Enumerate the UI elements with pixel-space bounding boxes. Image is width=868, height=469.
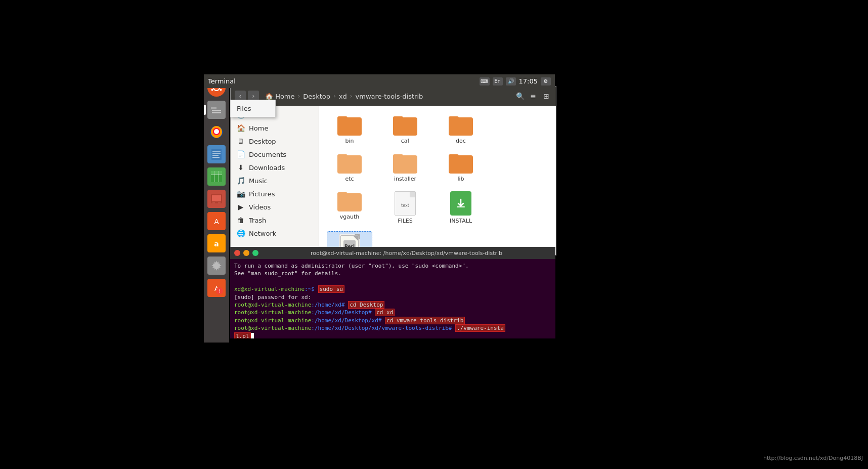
svg-rect-24 (212, 195, 221, 201)
file-label-lib: lib (457, 176, 464, 182)
svg-rect-15 (212, 157, 220, 158)
launcher-item-update[interactable]: A ! (206, 277, 227, 299)
svg-rect-12 (212, 151, 221, 152)
svg-rect-6 (211, 107, 216, 109)
prompt-user-3: root@xd-virtual-machine (234, 309, 311, 316)
launcher-item-settings[interactable] (206, 255, 227, 276)
volume-icon: 🔊 (506, 77, 516, 86)
launcher-item-amazon[interactable]: a (206, 233, 227, 254)
launcher-item-files[interactable] (206, 99, 227, 120)
terminal-minimize-btn[interactable] (243, 250, 249, 256)
breadcrumb-xd[interactable]: xd (337, 92, 349, 101)
file-item-install[interactable]: INSTALL (438, 189, 484, 226)
sidebar-label-downloads: Downloads (249, 164, 285, 172)
launcher-item-writer[interactable] (206, 144, 227, 165)
file-item-files[interactable]: text FILES (382, 189, 428, 226)
install-icon (450, 191, 471, 216)
file-label-etc: etc (345, 176, 354, 182)
sidebar-item-documents[interactable]: 📄 Documents (231, 148, 319, 161)
sidebar-item-pictures[interactable]: 📷 Pictures (231, 187, 319, 200)
top-panel-left: Terminal (208, 77, 236, 85)
terminal-close-btn[interactable] (234, 250, 240, 256)
svg-text:!: ! (219, 289, 221, 294)
terminal-cursor (251, 333, 254, 338)
language-indicator[interactable]: En (493, 77, 503, 86)
breadcrumb-desktop[interactable]: Desktop (301, 92, 332, 101)
folder-icon-lib (449, 153, 473, 174)
terminal-line-5: [sudo] password for xd: (234, 293, 551, 301)
file-label-vgauth: vgauth (340, 214, 360, 220)
sidebar-item-videos[interactable]: ▶ Videos (231, 200, 319, 214)
cmd-highlight-6: l.pl (234, 332, 251, 338)
breadcrumb-sep-3: › (350, 93, 353, 100)
file-label-files: FILES (398, 218, 413, 224)
cmd-highlight-5: ./vmware-insta (455, 324, 505, 332)
trash-icon: 🗑 (237, 216, 245, 224)
sidebar-label-home: Home (249, 124, 268, 132)
sidebar-label-documents: Documents (249, 151, 286, 158)
file-item-lib[interactable]: lib (438, 151, 484, 184)
writer-icon (207, 145, 226, 163)
calc-icon (207, 167, 226, 186)
file-label-doc: doc (456, 138, 466, 144)
terminal-line-7: root@xd-virtual-machine:/home/xd/Desktop… (234, 309, 551, 316)
file-item-caf[interactable]: caf (382, 113, 428, 146)
fm-list-btn[interactable]: ≡ (528, 91, 539, 102)
fm-body: 🕐 Recent 🏠 Home 🖥 Desktop 📄 Documents ⬇ (231, 106, 556, 255)
launcher-item-software[interactable]: A (206, 210, 227, 232)
prompt-path-5: :/home/xd/Desktop/xd/vmware-tools-distri… (311, 325, 452, 331)
downloads-icon: ⬇ (237, 163, 245, 172)
prompt-path-1: :~$ (305, 286, 315, 292)
sidebar-item-downloads[interactable]: ⬇ Downloads (231, 161, 319, 174)
breadcrumb-sep-1: › (298, 93, 300, 100)
sidebar-item-home[interactable]: 🏠 Home (231, 121, 319, 135)
prompt-path-3: :/home/xd/Desktop# (311, 309, 371, 316)
prompt-path-4: :/home/xd/Desktop/xd# (311, 317, 381, 324)
prompt-user-5: root@xd-virtual-machine (234, 325, 311, 331)
sidebar-item-desktop[interactable]: 🖥 Desktop (231, 135, 319, 148)
file-item-doc[interactable]: doc (438, 113, 484, 146)
clock: 17:05 (519, 77, 538, 85)
sidebar-label-videos: Videos (249, 203, 271, 211)
prompt-path-2: :/home/xd# (311, 302, 344, 308)
launcher: A a (204, 74, 229, 343)
folder-icon-installer (393, 153, 417, 174)
folder-icon-caf (393, 115, 417, 136)
files-popup-item[interactable]: Files (231, 102, 275, 115)
terminal-maximize-btn[interactable] (252, 250, 258, 256)
terminal-line-1: To run a command as administrator (user … (234, 262, 551, 270)
documents-icon: 📄 (237, 150, 245, 158)
file-item-installer[interactable]: installer (382, 151, 428, 184)
fm-grid-btn[interactable]: ⊞ (541, 91, 552, 102)
launcher-item-calc[interactable] (206, 166, 227, 187)
top-panel: Terminal ⌨ En 🔊 17:05 ⚙ (204, 74, 555, 88)
settings-icon[interactable]: ⚙ (541, 77, 551, 86)
svg-rect-17 (211, 171, 214, 175)
home-icon: 🏠 (237, 124, 245, 132)
launcher-item-firefox[interactable] (206, 121, 227, 143)
file-item-etc[interactable]: etc (327, 151, 372, 184)
svg-rect-13 (212, 153, 221, 154)
fm-search-btn[interactable]: 🔍 (514, 91, 526, 102)
sidebar-label-desktop: Desktop (249, 138, 276, 145)
svg-rect-18 (215, 171, 219, 175)
sidebar-label-pictures: Pictures (249, 190, 275, 198)
launcher-item-impress[interactable] (206, 188, 227, 209)
panel-title: Terminal (208, 77, 236, 85)
sidebar-item-music[interactable]: 🎵 Music (231, 174, 319, 187)
fm-sidebar: 🕐 Recent 🏠 Home 🖥 Desktop 📄 Documents ⬇ (231, 106, 319, 255)
sidebar-item-network[interactable]: 🌐 Network (231, 227, 319, 240)
terminal-body[interactable]: To run a command as administrator (user … (230, 259, 555, 338)
svg-point-4 (211, 89, 213, 91)
keyboard-icon: ⌨ (480, 77, 490, 86)
cmd-highlight-3: cd xd (375, 309, 395, 316)
file-item-vgauth[interactable]: vgauth (327, 189, 372, 226)
sidebar-item-trash[interactable]: 🗑 Trash (231, 214, 319, 227)
folder-icon-vgauth (337, 191, 362, 211)
terminal-window: root@xd-virtual-machine: /home/xd/Deskto… (230, 247, 555, 338)
file-item-bin[interactable]: bin (327, 113, 372, 146)
terminal-line-10: l.pl (234, 332, 551, 338)
settings-app-icon (207, 257, 226, 275)
music-icon: 🎵 (237, 177, 245, 185)
breadcrumb-vmware[interactable]: vmware-tools-distrib (354, 92, 425, 101)
